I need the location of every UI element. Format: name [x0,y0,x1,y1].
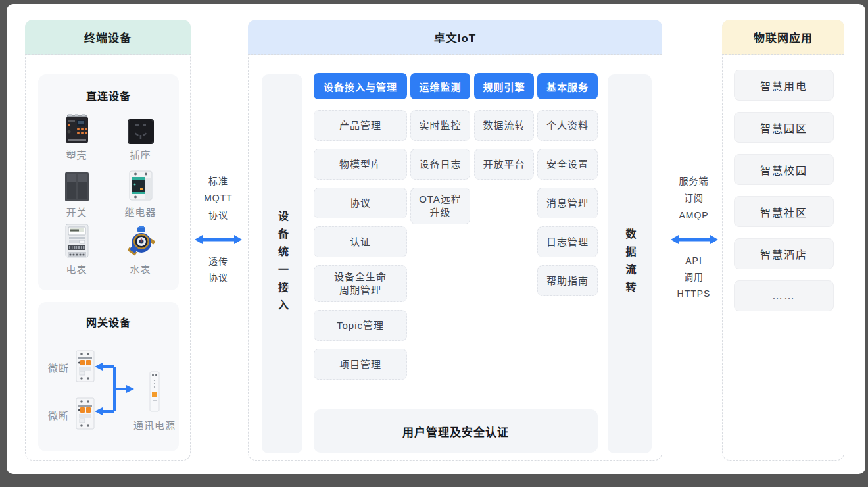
module-item: Topic管理 [314,310,407,341]
module-item: 数据流转 [474,110,534,141]
module-item: 产品管理 [314,110,407,141]
device-water-meter: 水表 [108,224,172,276]
app-item-smart-campus: 智慧校园 [734,154,834,185]
app-item-smart-park: 智慧园区 [734,112,834,143]
module-item: 设备日志 [410,149,470,180]
mini-breaker-label-2: 微断 [47,408,70,422]
left-connector-protocol-top: 标准 MQTT 协议 [192,172,245,224]
module-item: 认证 [314,226,407,257]
device-relay: 继电器 [108,167,172,218]
gateway-devices-title: 网关设备 [38,302,179,330]
protocol-line: 调用 [667,269,720,286]
comm-power-label: 通讯电源 [126,418,183,432]
device-unified-access-label: 设备统一接入 [274,211,290,317]
device-grid: 塑壳 插座 [38,103,179,276]
water-meter-icon [125,224,157,259]
module-item: OTA远程 升级 [410,188,470,224]
terminal-devices-header: 终端设备 [25,20,191,55]
module-item: 项目管理 [314,349,407,380]
column-header-device-access: 设备接入与管理 [314,73,407,99]
device-label: 继电器 [124,205,156,218]
mini-breaker-label-1: 微断 [47,361,70,374]
module-item: 开放平台 [474,149,534,180]
protocol-line: 服务端 [667,172,720,190]
app-item-smart-electricity: 智慧用电 [734,70,834,101]
device-electric-meter: 电表 [45,224,108,276]
module-item: 物模型库 [314,149,407,180]
app-item-smart-community: 智慧社区 [734,196,834,227]
right-connector-protocol-top: 服务端 订阅 AMQP [667,172,720,224]
left-connector-protocol-bottom: 透传 协议 [192,253,245,286]
module-item: 消息管理 [537,188,598,218]
device-label: 水表 [130,262,151,276]
protocol-line: 透传 [192,253,245,270]
iot-applications-header: 物联网应用 [722,20,844,55]
protocol-line: 标准 [192,172,245,190]
app-item-more: …… [734,280,834,311]
protocol-line: 协议 [192,207,245,224]
user-management-bar: 用户管理及安全认证 [314,409,598,453]
device-molded-case: 塑壳 [45,110,108,161]
iot-platform-panel: 卓文IoT 设备统一接入 数据流转 设备接入与管理 运维监测 规则引擎 基本服务… [248,20,662,461]
module-item: 实时监控 [410,110,470,141]
iot-applications-panel: 物联网应用 智慧用电 智慧园区 智慧校园 智慧社区 智慧酒店 …… [722,20,844,461]
module-item: 日志管理 [537,226,598,257]
direct-devices-card: 直连设备 [38,74,179,290]
gateway-connection-arrows-icon [91,360,138,419]
app-item-smart-hotel: 智慧酒店 [734,238,834,269]
protocol-line: HTTPS [667,286,720,302]
direct-devices-title: 直连设备 [38,88,179,103]
data-flow-label: 数据流转 [622,228,638,299]
left-bidirectional-arrow-icon [195,234,242,245]
protocol-line: API [667,253,720,269]
diagram-canvas: 终端设备 直连设备 [7,4,865,474]
terminal-devices-panel: 终端设备 直连设备 [25,20,191,461]
device-switch: 开关 [45,167,108,218]
device-label: 插座 [130,147,151,161]
right-connector-protocol-bottom: API 调用 HTTPS [667,253,720,302]
module-item: 协议 [314,188,407,218]
socket-icon [128,110,154,144]
electric-meter-icon [65,224,89,259]
module-item: 设备全生命 周期管理 [314,265,407,302]
relay-icon [127,167,155,201]
column-header-ops-monitoring: 运维监测 [410,73,470,99]
protocol-line: MQTT [192,190,245,207]
protocol-line: 协议 [192,270,245,286]
device-label: 开关 [66,205,87,218]
molded-case-breaker-icon [64,110,89,144]
right-bidirectional-arrow-icon [671,234,718,245]
comm-power-icon [149,371,160,415]
module-item: 个人资料 [537,110,598,141]
device-label: 塑壳 [66,147,87,161]
gateway-devices-card: 网关设备 微断 微断 [38,302,179,451]
module-item: 帮助指南 [537,265,598,296]
device-socket: 插座 [108,110,172,161]
iot-platform-header: 卓文IoT [248,20,662,55]
wall-switch-icon [65,167,89,201]
data-flow-bar: 数据流转 [608,74,652,453]
column-header-rule-engine: 规则引擎 [474,73,534,99]
module-item: 安全设置 [537,149,598,180]
protocol-line: 订阅 [667,190,720,207]
column-header-basic-services: 基本服务 [537,73,598,99]
device-unified-access-bar: 设备统一接入 [262,74,302,453]
protocol-line: AMQP [667,207,720,224]
device-label: 电表 [66,262,87,276]
